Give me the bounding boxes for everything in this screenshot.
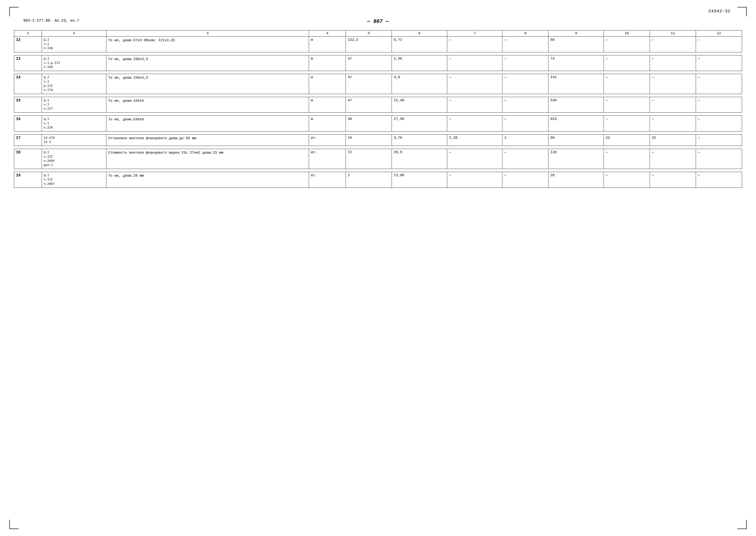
row-desc: То же, диам.530х6: [106, 116, 309, 131]
corner-top-right: [738, 7, 747, 16]
spacer-row: [14, 169, 742, 172]
row-col-12: —: [696, 135, 742, 146]
row-col-9: 74: [548, 55, 604, 71]
row-id: I9: [14, 172, 42, 188]
row-id: I3: [14, 55, 42, 71]
spacer-row: [14, 113, 742, 116]
row-col-6: 0,72: [392, 37, 447, 52]
table-row: I4Ц.I ч.I р.III п.I76То же, диам.I59х4,5…: [14, 74, 742, 94]
col-header-9: 9: [548, 30, 604, 37]
row-col-9: 823: [548, 116, 604, 131]
row-desc: То же, диам.20 мм: [106, 172, 309, 188]
row-col-11: 32: [650, 135, 696, 146]
corner-bottom-left: [9, 520, 18, 529]
row-col-12: —: [696, 37, 742, 52]
row-col-11: —: [650, 55, 696, 71]
table-row: I6Ц.I ч.I п.226То же, диам.530х6м46I7,90…: [14, 116, 742, 131]
row-col-5: 47: [346, 74, 392, 94]
row-id: I4: [14, 74, 42, 94]
row-col-10: —: [604, 116, 650, 131]
col-header-3: 3: [106, 30, 309, 37]
row-col-6: II,40: [392, 97, 447, 113]
row-col-10: —: [604, 97, 650, 113]
row-col-8: —: [502, 149, 548, 169]
row-desc: То же, диам.426х6: [106, 97, 309, 113]
row-unit: м: [309, 37, 346, 52]
row-ref: Ц.I ч.I р.III п.I76: [42, 74, 106, 94]
row-col-12: —: [696, 55, 742, 71]
row-col-6: I3,80: [392, 172, 447, 188]
row-col-8: —: [502, 172, 548, 188]
spacer-row: [14, 146, 742, 149]
row-ref: Ц.I ч.I п.2I7: [42, 97, 106, 113]
row-col-9: I20: [548, 149, 604, 169]
spacer-row: [14, 52, 742, 55]
row-col-12: —: [696, 116, 742, 131]
row-col-12: —: [696, 97, 742, 113]
spacer-row: [14, 187, 742, 191]
row-col-12: —: [696, 149, 742, 169]
row-col-8: —: [502, 97, 548, 113]
row-unit: шт.: [309, 135, 346, 146]
row-ref: Ц.I ч.I п.I38: [42, 37, 106, 52]
row-col-8: —: [502, 37, 548, 52]
row-col-9: I4I: [548, 74, 604, 94]
main-table: 1 2 3 4 5 6 7 8 9 10 11 12 I2Ц.I ч.I п.I…: [14, 30, 742, 191]
row-col-7: —: [447, 74, 502, 94]
row-id: I7: [14, 135, 42, 146]
row-col-5: 2: [346, 172, 392, 188]
row-col-7: —: [447, 149, 502, 169]
col-header-1: 1: [14, 30, 42, 37]
spacer-row: [14, 131, 742, 135]
row-col-11: —: [650, 116, 696, 131]
row-ref: Ц.I ч.III п.2056 доп.I: [42, 149, 106, 169]
row-desc: То же, диам.I59х4,5: [106, 74, 309, 94]
document-number: 24342-32: [708, 9, 730, 14]
row-col-11: —: [650, 37, 696, 52]
row-unit: шт.: [309, 149, 346, 169]
row-col-11: —: [650, 74, 696, 94]
row-ref: Ц.I ч.III п.2057: [42, 172, 106, 188]
row-ref: Ц.I ч.I п.226: [42, 116, 106, 131]
corner-top-left: [9, 7, 18, 16]
document-reference: 903-I-277.90. Ал.23, кн.7: [23, 18, 79, 23]
row-col-6: 3,76: [392, 135, 447, 146]
row-col-8: —: [502, 74, 548, 94]
row-col-8: 2: [502, 135, 548, 146]
row-col-11: —: [650, 149, 696, 169]
spacer-row: [14, 94, 742, 97]
row-col-5: 46: [346, 116, 392, 131]
col-header-10: 10: [604, 30, 650, 37]
table-header-row: 1 2 3 4 5 6 7 8 9 10 11 12: [14, 30, 742, 37]
row-col-9: 88: [548, 37, 604, 52]
row-col-10: —: [604, 37, 650, 52]
row-desc: Стоимость вентиля фланцевого марки I5с 2…: [106, 149, 309, 169]
row-col-10: —: [604, 149, 650, 169]
row-id: I5: [14, 97, 42, 113]
row-desc: То же, диам.57х3 Объем: I2IхI,0I: [106, 37, 309, 52]
row-col-5: 47: [346, 55, 392, 71]
row-col-8: —: [502, 55, 548, 71]
row-col-7: —: [447, 37, 502, 52]
row-col-5: II: [346, 149, 392, 169]
row-desc: Установка вентиля фланцевого диам.до 50 …: [106, 135, 309, 146]
row-col-7: —: [447, 172, 502, 188]
row-id: I8: [14, 149, 42, 169]
page-number: — 867 —: [367, 18, 389, 24]
row-ref: Ц.I ч.I,р.III п.I60: [42, 55, 106, 71]
row-col-11: —: [650, 172, 696, 188]
row-col-5: I6: [346, 135, 392, 146]
col-header-5: 5: [346, 30, 392, 37]
table-row: I3Ц.I ч.I,р.III п.I60То же, диам.I08х3,5…: [14, 55, 742, 71]
col-header-11: 11: [650, 30, 696, 37]
row-col-7: I,38: [447, 135, 502, 146]
table-row: I2Ц.I ч.I п.I38То же, диам.57х3 Объем: I…: [14, 37, 742, 52]
row-ref: 24-270 I3-I: [42, 135, 106, 146]
col-header-8: 8: [502, 30, 548, 37]
row-unit: м: [309, 55, 346, 71]
row-col-6: I7,90: [392, 116, 447, 131]
row-id: I6: [14, 116, 42, 131]
col-header-4: 4: [309, 30, 346, 37]
col-header-7: 7: [447, 30, 502, 37]
row-id: I2: [14, 37, 42, 52]
